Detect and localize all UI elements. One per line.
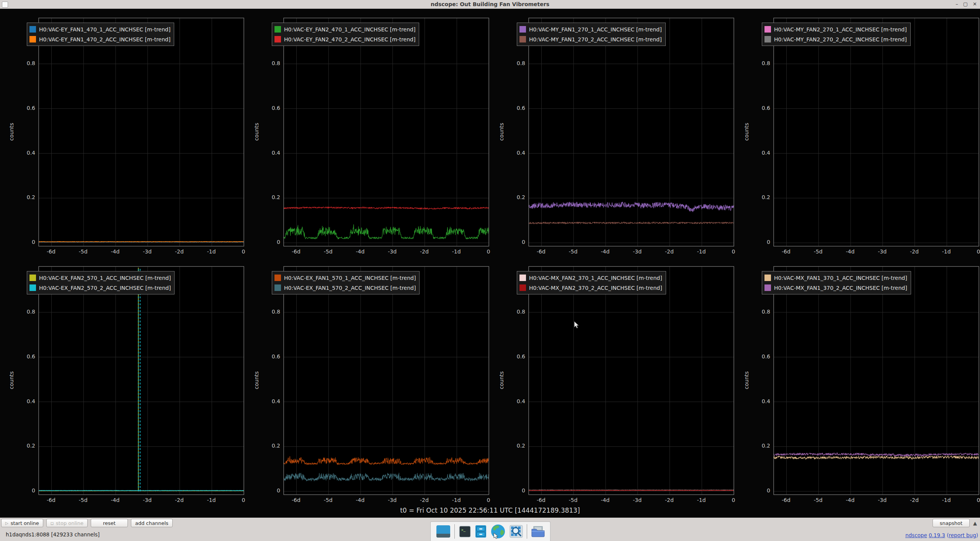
y-tick-label: 0.2 [0, 443, 35, 449]
legend-entry[interactable]: H0:VAC-EY_FAN1_470_1_ACC_INCHSEC [m-tren… [29, 25, 170, 34]
x-tick-label: -1d [446, 497, 467, 503]
legend-entry[interactable]: H0:VAC-MX_FAN1_370_1_ACC_INCHSEC [m-tren… [764, 273, 907, 283]
y-tick-label: 0.4 [490, 150, 525, 156]
legend-MX_FAN2_370[interactable]: H0:VAC-MX_FAN2_370_1_ACC_INCHSEC [m-tren… [517, 271, 666, 294]
legend-entry[interactable]: H0:VAC-MX_FAN2_370_2_ACC_INCHSEC [m-tren… [519, 283, 662, 293]
legend-entry[interactable]: H0:VAC-EY_FAN1_470_2_ACC_INCHSEC [m-tren… [29, 34, 170, 44]
legend-entry[interactable]: H0:VAC-MX_FAN2_370_1_ACC_INCHSEC [m-tren… [519, 273, 662, 283]
legend-entry[interactable]: H0:VAC-MY_FAN2_270_2_ACC_INCHSEC [m-tren… [764, 34, 907, 44]
snapshot-button[interactable]: snapshot [933, 519, 970, 527]
add-channels-button[interactable]: add channels [131, 519, 173, 527]
y-tick-label: 0.6 [490, 353, 525, 360]
x-tick-label: -5d [317, 497, 339, 503]
report-bug-link[interactable]: report bug [949, 532, 976, 538]
legend-EX_FAN2_570[interactable]: H0:VAC-EX_FAN2_570_1_ACC_INCHSEC [m-tren… [27, 271, 175, 294]
legend-EY_FAN2_470[interactable]: H0:VAC-EY_FAN2_470_1_ACC_INCHSEC [m-tren… [272, 23, 419, 46]
terminal-icon[interactable]: >_ [459, 525, 471, 538]
minimize-icon[interactable]: – [956, 0, 958, 8]
snapshot-label: snapshot [940, 520, 962, 526]
legend-entry[interactable]: H0:VAC-EY_FAN2_470_2_ACC_INCHSEC [m-tren… [274, 34, 415, 44]
y-axis-title: counts [8, 118, 15, 145]
x-tick-label: -4d [105, 248, 126, 255]
plot-canvas-MY_FAN2_270[interactable] [773, 18, 979, 247]
x-tick-label: -5d [562, 248, 584, 255]
legend-MX_FAN1_370[interactable]: H0:VAC-MX_FAN1_370_1_ACC_INCHSEC [m-tren… [762, 271, 911, 294]
paren-close: ) [976, 532, 978, 538]
x-tick-label: -5d [807, 497, 829, 503]
web-browser-icon[interactable] [490, 524, 506, 539]
ndscope-link[interactable]: ndscope [905, 532, 927, 538]
legend-swatch [764, 284, 771, 291]
legend-entry[interactable]: H0:VAC-MY_FAN1_270_1_ACC_INCHSEC [m-tren… [519, 25, 662, 34]
x-tick-label: -2d [414, 497, 435, 503]
legend-MY_FAN1_270[interactable]: H0:VAC-MY_FAN1_270_1_ACC_INCHSEC [m-tren… [517, 23, 666, 46]
legend-entry[interactable]: H0:VAC-EX_FAN1_570_1_ACC_INCHSEC [m-tren… [274, 273, 416, 283]
x-tick-label: -1d [691, 497, 712, 503]
plot-canvas-EY_FAN2_470[interactable] [283, 18, 489, 247]
plot-canvas-EX_FAN1_570[interactable] [283, 266, 489, 495]
plot-grid: counts00.20.40.60.8-6d-5d-4d-3d-2d-1d0H0… [0, 8, 980, 505]
plot-canvas-EX_FAN2_570[interactable] [38, 266, 244, 495]
legend-EX_FAN1_570[interactable]: H0:VAC-EX_FAN1_570_1_ACC_INCHSEC [m-tren… [272, 271, 420, 294]
reset-label: reset [103, 520, 116, 526]
x-tick-label: -3d [627, 497, 648, 503]
plot-canvas-EY_FAN1_470[interactable] [38, 18, 244, 247]
x-tick-label: -3d [382, 497, 403, 503]
close-icon[interactable]: ✕ [973, 0, 977, 8]
x-tick-label: -1d [201, 497, 222, 503]
plot-canvas-MX_FAN2_370[interactable] [528, 266, 734, 495]
y-tick-label: 0 [0, 487, 35, 494]
x-tick-label: -1d [446, 248, 467, 255]
legend-swatch [29, 275, 36, 281]
legend-entry[interactable]: H0:VAC-MY_FAN1_270_2_ACC_INCHSEC [m-tren… [519, 34, 662, 44]
show-desktop-icon[interactable] [436, 525, 451, 538]
x-tick-label: -5d [317, 248, 339, 255]
legend-swatch [274, 26, 281, 33]
legend-entry[interactable]: H0:VAC-MY_FAN2_270_1_ACC_INCHSEC [m-tren… [764, 25, 907, 34]
legend-MY_FAN2_270[interactable]: H0:VAC-MY_FAN2_270_1_ACC_INCHSEC [m-tren… [762, 23, 911, 46]
channel-name: H0:VAC-EY_FAN1_470_1_ACC_INCHSEC [m-tren… [39, 26, 170, 33]
version-link[interactable]: 0.19.3 [929, 532, 945, 538]
maximize-icon[interactable]: ▢ [963, 0, 968, 8]
legend-entry[interactable]: H0:VAC-MX_FAN1_370_2_ACC_INCHSEC [m-tren… [764, 283, 907, 293]
legend-EY_FAN1_470[interactable]: H0:VAC-EY_FAN1_470_1_ACC_INCHSEC [m-tren… [27, 23, 174, 46]
x-tick-label: 0 [968, 248, 980, 255]
x-tick-label: -3d [137, 248, 158, 255]
stop-online-button[interactable]: ◻ stop online [46, 519, 88, 527]
x-tick-label: -2d [904, 248, 925, 255]
screenshot-tool-icon[interactable] [510, 525, 523, 538]
plot-MY_FAN2_270: counts00.20.40.60.8-6d-5d-4d-3d-2d-1d0H0… [735, 8, 980, 257]
channel-name: H0:VAC-EY_FAN1_470_2_ACC_INCHSEC [m-tren… [39, 36, 170, 42]
legend-swatch [29, 26, 36, 33]
plot-canvas-MY_FAN1_270[interactable] [528, 18, 734, 247]
channel-name: H0:VAC-MY_FAN1_270_2_ACC_INCHSEC [m-tren… [529, 36, 662, 42]
legend-entry[interactable]: H0:VAC-EX_FAN1_570_2_ACC_INCHSEC [m-tren… [274, 283, 416, 293]
legend-swatch [764, 26, 771, 33]
y-axis-title: counts [743, 118, 750, 145]
x-tick-label: -2d [169, 248, 190, 255]
file-manager-icon[interactable] [531, 526, 545, 538]
y-tick-label: 0.4 [490, 398, 525, 404]
y-tick-label: 0.6 [735, 105, 770, 111]
legend-entry[interactable]: H0:VAC-EY_FAN2_470_1_ACC_INCHSEC [m-tren… [274, 25, 415, 34]
x-tick-label: -2d [414, 248, 435, 255]
legend-entry[interactable]: H0:VAC-EX_FAN2_570_2_ACC_INCHSEC [m-tren… [29, 283, 171, 293]
plot-canvas-MX_FAN1_370[interactable] [773, 266, 979, 495]
start-online-button[interactable]: ▷ start online [1, 519, 43, 527]
legend-entry[interactable]: H0:VAC-EX_FAN2_570_1_ACC_INCHSEC [m-tren… [29, 273, 171, 283]
y-tick-label: 0 [245, 487, 280, 494]
reset-button[interactable]: reset [91, 519, 128, 527]
legend-swatch [519, 36, 526, 42]
expand-triangle-icon[interactable]: ▲ [973, 520, 977, 526]
x-tick-label: -4d [595, 248, 616, 255]
y-tick-label: 0.6 [0, 105, 35, 111]
dock-separator [527, 524, 527, 539]
y-tick-label: 0.8 [245, 309, 280, 315]
plot-EX_FAN1_570: counts00.20.40.60.8-6d-5d-4d-3d-2d-1d0H0… [245, 257, 490, 505]
y-tick-label: 0.2 [735, 443, 770, 449]
x-tick-label: -4d [350, 248, 371, 255]
y-tick-label: 0.4 [735, 150, 770, 156]
play-icon: ▷ [5, 521, 8, 525]
y-tick-label: 0.2 [245, 194, 280, 200]
file-cabinet-icon[interactable] [475, 525, 487, 538]
